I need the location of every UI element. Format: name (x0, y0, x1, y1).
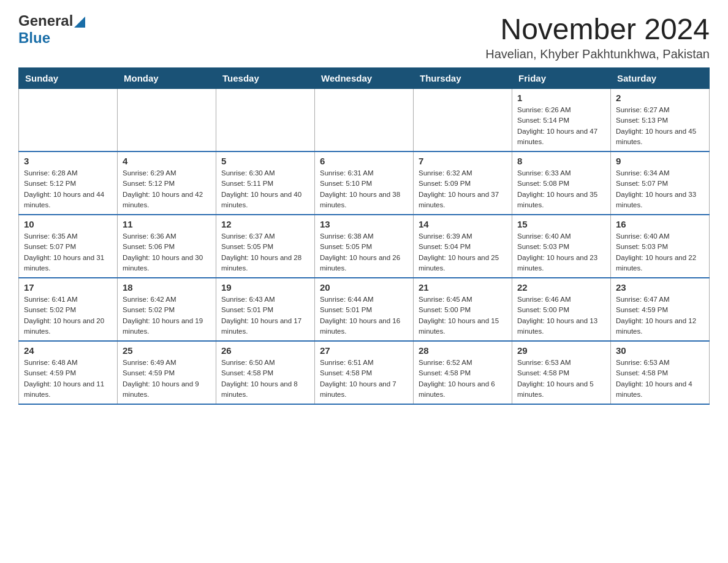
day-info: Sunrise: 6:31 AMSunset: 5:10 PMDaylight:… (320, 168, 408, 210)
calendar-cell-r2-c6: 16Sunrise: 6:40 AMSunset: 5:03 PMDayligh… (611, 215, 710, 278)
day-info: Sunrise: 6:48 AMSunset: 4:59 PMDaylight:… (24, 358, 112, 400)
logo-word-blue: Blue (18, 29, 50, 47)
calendar-row-1: 3Sunrise: 6:28 AMSunset: 5:12 PMDaylight… (19, 151, 710, 215)
calendar-cell-r4-c0: 24Sunrise: 6:48 AMSunset: 4:59 PMDayligh… (19, 341, 118, 404)
calendar-cell-r3-c5: 22Sunrise: 6:46 AMSunset: 5:00 PMDayligh… (512, 278, 611, 341)
day-info: Sunrise: 6:52 AMSunset: 4:58 PMDaylight:… (419, 358, 507, 400)
calendar-header-saturday: Saturday (611, 68, 710, 89)
day-info: Sunrise: 6:37 AMSunset: 5:05 PMDaylight:… (221, 231, 309, 274)
calendar-cell-r2-c0: 10Sunrise: 6:35 AMSunset: 5:07 PMDayligh… (19, 215, 118, 278)
day-info: Sunrise: 6:29 AMSunset: 5:12 PMDaylight:… (123, 168, 211, 210)
calendar-cell-r4-c2: 26Sunrise: 6:50 AMSunset: 4:58 PMDayligh… (216, 341, 315, 404)
day-number: 16 (616, 219, 704, 229)
day-info: Sunrise: 6:51 AMSunset: 4:58 PMDaylight:… (320, 358, 408, 400)
day-info: Sunrise: 6:50 AMSunset: 4:58 PMDaylight:… (221, 358, 309, 400)
calendar-cell-r0-c5: 1Sunrise: 6:26 AMSunset: 5:14 PMDaylight… (512, 89, 611, 152)
day-info: Sunrise: 6:47 AMSunset: 4:59 PMDaylight:… (616, 294, 704, 337)
calendar-cell-r1-c3: 6Sunrise: 6:31 AMSunset: 5:10 PMDaylight… (315, 151, 414, 215)
calendar-header-thursday: Thursday (414, 68, 512, 89)
day-info: Sunrise: 6:43 AMSunset: 5:01 PMDaylight:… (221, 294, 309, 337)
calendar-cell-r4-c6: 30Sunrise: 6:53 AMSunset: 4:58 PMDayligh… (611, 341, 710, 404)
calendar-header-sunday: Sunday (19, 68, 118, 89)
day-info: Sunrise: 6:39 AMSunset: 5:04 PMDaylight:… (419, 231, 507, 274)
calendar-cell-r0-c3 (315, 89, 414, 152)
day-info: Sunrise: 6:45 AMSunset: 5:00 PMDaylight:… (419, 294, 507, 337)
calendar-cell-r2-c3: 13Sunrise: 6:38 AMSunset: 5:05 PMDayligh… (315, 215, 414, 278)
day-number: 29 (517, 345, 605, 356)
day-number: 14 (419, 219, 507, 229)
day-info: Sunrise: 6:46 AMSunset: 5:00 PMDaylight:… (517, 294, 605, 337)
calendar-row-3: 17Sunrise: 6:41 AMSunset: 5:02 PMDayligh… (19, 278, 710, 341)
calendar-header-wednesday: Wednesday (315, 68, 414, 89)
day-number: 7 (419, 156, 507, 166)
calendar-cell-r0-c2 (216, 89, 315, 152)
day-number: 20 (320, 282, 408, 293)
calendar-table: SundayMondayTuesdayWednesdayThursdayFrid… (18, 67, 710, 405)
calendar-header-tuesday: Tuesday (216, 68, 315, 89)
day-info: Sunrise: 6:34 AMSunset: 5:07 PMDaylight:… (616, 168, 704, 210)
day-info: Sunrise: 6:53 AMSunset: 4:58 PMDaylight:… (616, 358, 704, 400)
day-number: 11 (123, 219, 211, 229)
day-info: Sunrise: 6:26 AMSunset: 5:14 PMDaylight:… (517, 105, 605, 147)
calendar-title-area: November 2024 Havelian, Khyber Pakhtunkh… (485, 12, 710, 61)
logo: General Blue (18, 12, 85, 47)
day-number: 15 (517, 219, 605, 229)
day-number: 18 (123, 282, 211, 293)
calendar-cell-r1-c0: 3Sunrise: 6:28 AMSunset: 5:12 PMDaylight… (19, 151, 118, 215)
day-info: Sunrise: 6:33 AMSunset: 5:08 PMDaylight:… (517, 168, 605, 210)
day-number: 10 (24, 219, 112, 229)
day-number: 24 (24, 345, 112, 356)
calendar-cell-r1-c5: 8Sunrise: 6:33 AMSunset: 5:08 PMDaylight… (512, 151, 611, 215)
day-number: 5 (221, 156, 309, 166)
calendar-cell-r0-c6: 2Sunrise: 6:27 AMSunset: 5:13 PMDaylight… (611, 89, 710, 152)
day-number: 25 (123, 345, 211, 356)
calendar-cell-r4-c4: 28Sunrise: 6:52 AMSunset: 4:58 PMDayligh… (414, 341, 512, 404)
day-info: Sunrise: 6:49 AMSunset: 4:59 PMDaylight:… (123, 358, 211, 400)
day-number: 9 (616, 156, 704, 166)
calendar-cell-r1-c1: 4Sunrise: 6:29 AMSunset: 5:12 PMDaylight… (118, 151, 216, 215)
day-number: 22 (517, 282, 605, 293)
month-year-title: November 2024 (485, 12, 710, 46)
location-subtitle: Havelian, Khyber Pakhtunkhwa, Pakistan (485, 47, 710, 61)
logo-word-general: General (18, 12, 73, 29)
calendar-row-4: 24Sunrise: 6:48 AMSunset: 4:59 PMDayligh… (19, 341, 710, 404)
calendar-cell-r3-c4: 21Sunrise: 6:45 AMSunset: 5:00 PMDayligh… (414, 278, 512, 341)
day-info: Sunrise: 6:53 AMSunset: 4:58 PMDaylight:… (517, 358, 605, 400)
day-number: 28 (419, 345, 507, 356)
day-info: Sunrise: 6:28 AMSunset: 5:12 PMDaylight:… (24, 168, 112, 210)
calendar-cell-r1-c4: 7Sunrise: 6:32 AMSunset: 5:09 PMDaylight… (414, 151, 512, 215)
calendar-cell-r2-c5: 15Sunrise: 6:40 AMSunset: 5:03 PMDayligh… (512, 215, 611, 278)
day-number: 8 (517, 156, 605, 166)
calendar-cell-r2-c4: 14Sunrise: 6:39 AMSunset: 5:04 PMDayligh… (414, 215, 512, 278)
calendar-row-0: 1Sunrise: 6:26 AMSunset: 5:14 PMDaylight… (19, 89, 710, 152)
day-info: Sunrise: 6:44 AMSunset: 5:01 PMDaylight:… (320, 294, 408, 337)
day-info: Sunrise: 6:42 AMSunset: 5:02 PMDaylight:… (123, 294, 211, 337)
calendar-cell-r0-c4 (414, 89, 512, 152)
calendar-cell-r3-c0: 17Sunrise: 6:41 AMSunset: 5:02 PMDayligh… (19, 278, 118, 341)
calendar-cell-r2-c1: 11Sunrise: 6:36 AMSunset: 5:06 PMDayligh… (118, 215, 216, 278)
day-info: Sunrise: 6:40 AMSunset: 5:03 PMDaylight:… (517, 231, 605, 274)
day-info: Sunrise: 6:40 AMSunset: 5:03 PMDaylight:… (616, 231, 704, 274)
day-number: 23 (616, 282, 704, 293)
day-number: 19 (221, 282, 309, 293)
day-number: 2 (616, 93, 704, 103)
calendar-cell-r3-c2: 19Sunrise: 6:43 AMSunset: 5:01 PMDayligh… (216, 278, 315, 341)
day-info: Sunrise: 6:38 AMSunset: 5:05 PMDaylight:… (320, 231, 408, 274)
day-info: Sunrise: 6:32 AMSunset: 5:09 PMDaylight:… (419, 168, 507, 210)
day-number: 13 (320, 219, 408, 229)
logo-arrow-icon (74, 17, 85, 28)
day-info: Sunrise: 6:35 AMSunset: 5:07 PMDaylight:… (24, 231, 112, 274)
calendar-cell-r1-c6: 9Sunrise: 6:34 AMSunset: 5:07 PMDaylight… (611, 151, 710, 215)
calendar-cell-r3-c6: 23Sunrise: 6:47 AMSunset: 4:59 PMDayligh… (611, 278, 710, 341)
day-number: 30 (616, 345, 704, 356)
day-number: 4 (123, 156, 211, 166)
calendar-cell-r1-c2: 5Sunrise: 6:30 AMSunset: 5:11 PMDaylight… (216, 151, 315, 215)
calendar-cell-r0-c0 (19, 89, 118, 152)
calendar-header-friday: Friday (512, 68, 611, 89)
day-info: Sunrise: 6:30 AMSunset: 5:11 PMDaylight:… (221, 168, 309, 210)
calendar-header-monday: Monday (118, 68, 216, 89)
day-number: 3 (24, 156, 112, 166)
calendar-cell-r4-c3: 27Sunrise: 6:51 AMSunset: 4:58 PMDayligh… (315, 341, 414, 404)
calendar-body: 1Sunrise: 6:26 AMSunset: 5:14 PMDaylight… (19, 89, 710, 405)
calendar-cell-r3-c1: 18Sunrise: 6:42 AMSunset: 5:02 PMDayligh… (118, 278, 216, 341)
